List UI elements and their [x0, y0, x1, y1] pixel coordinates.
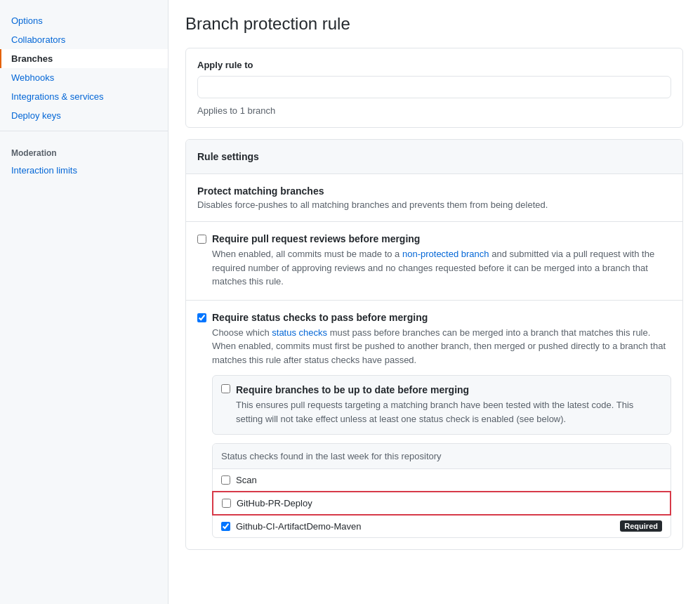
status-check-github-ci: Github-CI-ArtifactDemo-Maven Required	[213, 515, 671, 537]
protect-title: Protect matching branches	[197, 185, 671, 197]
require-pr-reviews-option: Require pull request reviews before merg…	[186, 222, 682, 301]
require-uptodate-checkbox[interactable]	[221, 384, 230, 393]
sidebar: Options Collaborators Branches Webhooks …	[0, 0, 169, 604]
sidebar-item-collaborators[interactable]: Collaborators	[0, 30, 168, 49]
require-uptodate-desc: This ensures pull requests targeting a m…	[236, 398, 662, 426]
require-status-checks-option: Require status checks to pass before mer…	[186, 301, 682, 550]
require-pr-reviews-checkbox[interactable]	[197, 235, 206, 244]
page-title: Branch protection rule	[185, 14, 683, 34]
sidebar-item-branches[interactable]: Branches	[0, 49, 168, 68]
status-checks-header: Status checks found in the last week for…	[213, 444, 671, 469]
require-uptodate-row: Require branches to be up to date before…	[221, 384, 662, 395]
moderation-section-header: Moderation	[0, 137, 168, 161]
status-check-scan: Scan	[213, 469, 671, 492]
scan-label: Scan	[236, 475, 662, 485]
require-pr-reviews-row: Require pull request reviews before merg…	[197, 233, 671, 244]
sidebar-nav-items: Options Collaborators Branches Webhooks …	[0, 11, 168, 125]
scan-checkbox[interactable]	[221, 475, 230, 485]
status-check-github-pr-deploy: GitHub-PR-Deploy	[212, 491, 671, 516]
sidebar-item-interaction-limits[interactable]: Interaction limits	[0, 161, 168, 180]
github-ci-checkbox[interactable]	[221, 522, 230, 531]
github-pr-deploy-checkbox[interactable]	[222, 499, 231, 508]
require-status-checks-desc: Choose which status checks must pass bef…	[212, 326, 671, 367]
main-content: Branch protection rule Apply rule to App…	[169, 0, 700, 604]
non-protected-branch-link[interactable]: non-protected branch	[402, 249, 489, 259]
status-checks-box: Status checks found in the last week for…	[212, 443, 671, 538]
github-ci-label: Github-CI-ArtifactDemo-Maven	[236, 521, 614, 532]
apply-rule-box: Apply rule to Applies to 1 branch	[185, 48, 683, 128]
applies-text: Applies to 1 branch	[197, 105, 671, 116]
apply-rule-input[interactable]	[197, 76, 671, 98]
require-uptodate-sub-option: Require branches to be up to date before…	[212, 375, 671, 435]
sidebar-item-options[interactable]: Options	[0, 11, 168, 30]
sidebar-divider	[0, 131, 168, 131]
require-status-checks-row: Require status checks to pass before mer…	[197, 312, 671, 323]
apply-rule-body: Apply rule to Applies to 1 branch	[186, 48, 682, 127]
rule-settings-box: Rule settings Protect matching branches …	[185, 139, 683, 550]
apply-rule-label: Apply rule to	[197, 60, 671, 70]
require-status-checks-label: Require status checks to pass before mer…	[212, 312, 428, 323]
sidebar-item-deploy-keys[interactable]: Deploy keys	[0, 106, 168, 125]
require-status-checks-checkbox[interactable]	[197, 313, 206, 322]
require-uptodate-label: Require branches to be up to date before…	[236, 384, 469, 395]
protect-matching-branches-section: Protect matching branches Disables force…	[186, 174, 682, 222]
require-pr-reviews-desc: When enabled, all commits must be made t…	[212, 247, 671, 289]
required-badge: Required	[620, 520, 662, 532]
sidebar-item-webhooks[interactable]: Webhooks	[0, 68, 168, 87]
protect-desc: Disables force-pushes to all matching br…	[197, 199, 671, 210]
rule-settings-header: Rule settings	[186, 140, 682, 174]
sidebar-item-integrations[interactable]: Integrations & services	[0, 87, 168, 106]
github-pr-deploy-label: GitHub-PR-Deploy	[237, 498, 661, 508]
status-checks-link[interactable]: status checks	[272, 327, 327, 338]
require-pr-reviews-label: Require pull request reviews before merg…	[212, 233, 420, 244]
